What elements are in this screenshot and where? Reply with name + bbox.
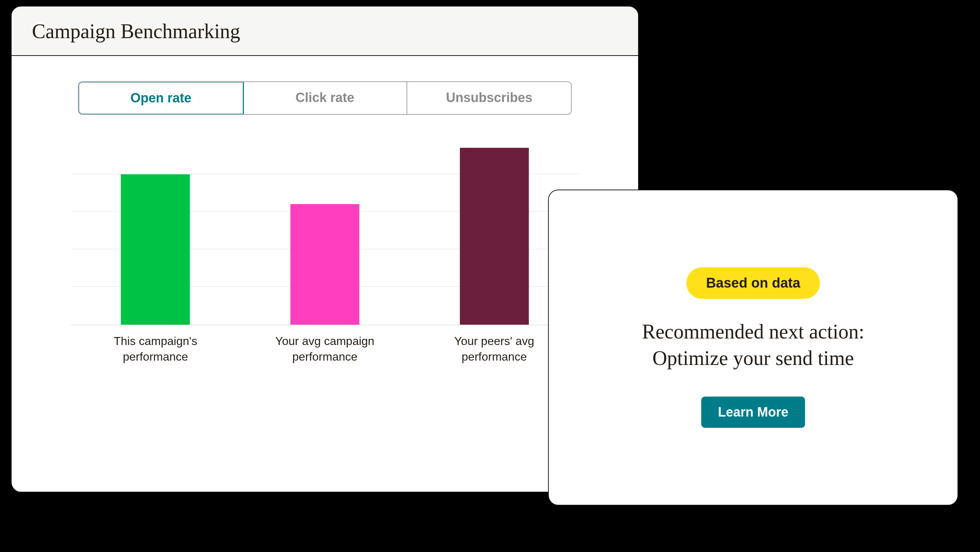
learn-more-button[interactable]: Learn More: [701, 397, 805, 428]
recommendation-line1: Recommended next action:: [642, 320, 865, 343]
tab-click-rate[interactable]: Click rate: [243, 82, 407, 114]
tab-unsubscribes[interactable]: Unsubscribes: [407, 82, 571, 114]
chart-container: This campaign's performanceYour avg camp…: [71, 137, 579, 365]
panel-title: Campaign Benchmarking: [32, 20, 618, 43]
panel-body: Open rate Click rate Unsubscribes This c…: [12, 56, 638, 379]
tab-open-rate[interactable]: Open rate: [78, 81, 244, 115]
chart-bar: [290, 204, 360, 325]
chart-bars: [71, 137, 579, 325]
recommendation-card: Based on data Recommended next action: O…: [548, 190, 958, 506]
recommendation-line2: Optimize your send time: [652, 347, 854, 369]
chart-bar: [460, 148, 529, 325]
chart-bar: [121, 174, 190, 325]
benchmarking-panel: Campaign Benchmarking Open rate Click ra…: [11, 6, 639, 493]
chart-category-label: Your peers' avg performance: [429, 333, 560, 365]
recommendation-text: Recommended next action: Optimize your s…: [642, 319, 865, 372]
chart-category-label: Your avg campaign performance: [259, 333, 390, 365]
metric-tabs: Open rate Click rate Unsubscribes: [78, 81, 572, 115]
recommendation-badge: Based on data: [686, 267, 820, 299]
bar-chart: [71, 137, 579, 325]
panel-header: Campaign Benchmarking: [12, 6, 638, 56]
chart-labels: This campaign's performanceYour avg camp…: [71, 333, 579, 365]
chart-category-label: This campaign's performance: [90, 333, 221, 365]
